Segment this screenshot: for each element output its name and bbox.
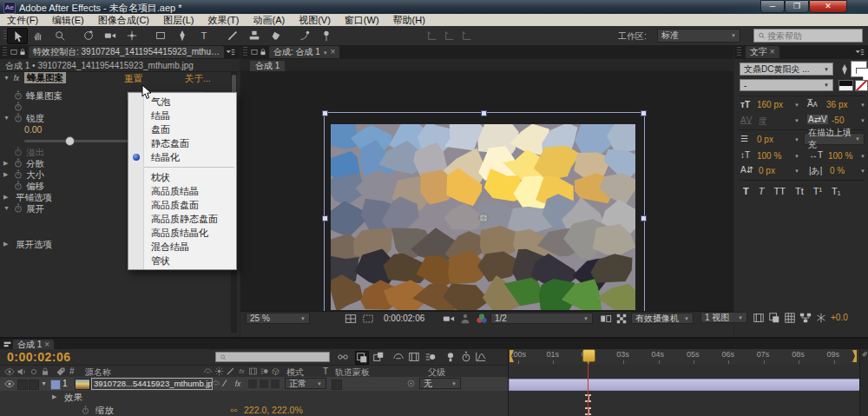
selection-handle-n[interactable] <box>481 110 487 116</box>
comp-flowchart-icon[interactable] <box>799 312 812 324</box>
style-button-all-caps[interactable]: TT <box>773 186 785 196</box>
tab-close-icon[interactable]: × <box>330 47 335 56</box>
menu-item-高品质静态盘面[interactable]: 高品质静态盘面 <box>128 212 236 226</box>
slider-thumb[interactable] <box>65 136 75 146</box>
chevron-down-icon[interactable]: ▼ <box>858 168 865 174</box>
tool-view-axis[interactable] <box>457 28 477 43</box>
layer-switch-3[interactable] <box>271 380 279 388</box>
chevron-down-icon[interactable]: ▼ <box>792 168 799 174</box>
draft-3d-icon[interactable] <box>372 351 385 363</box>
layer-label-color[interactable] <box>50 380 61 390</box>
tab-character[interactable]: 文字 × <box>746 46 779 58</box>
fill-rule-dropdown[interactable]: 在描边上填充▼ <box>804 133 865 145</box>
tool-shape[interactable] <box>151 28 170 43</box>
style-button-superscript[interactable]: T¹ <box>813 186 822 196</box>
style-button-faux-bold[interactable]: T <box>743 186 749 196</box>
minimize-button[interactable]: ─ <box>760 0 785 13</box>
layer-name[interactable]: 3910728...54415923_mthumb.jpg <box>91 378 213 390</box>
chevron-down-icon[interactable]: ▼ <box>858 102 865 108</box>
blend-mode-dropdown[interactable]: 正常▼ <box>285 378 326 389</box>
roi-icon[interactable] <box>600 313 612 325</box>
tool-clone-stamp[interactable] <box>245 28 264 43</box>
menu-item-高品质结晶化[interactable]: 高品质结晶化 <box>128 226 236 240</box>
panel-menu-icon[interactable] <box>224 46 236 58</box>
menu-动画(A)[interactable]: 动画(A) <box>247 15 293 26</box>
tool-pen[interactable] <box>173 28 192 43</box>
stroke-width-value[interactable]: 0 px <box>757 135 773 144</box>
tsume-value[interactable]: 0 % <box>830 166 845 175</box>
exposure-value[interactable]: +0.0 <box>831 313 848 322</box>
stopwatch-icon[interactable] <box>81 406 90 415</box>
scale-value[interactable]: 222.0, 222.0% <box>244 405 303 415</box>
tab-effect-controls[interactable]: 特效控制台: 39107284_1411954415923_mthumb.jpg <box>29 46 224 58</box>
twirl-right-icon[interactable]: ▶ <box>3 171 8 178</box>
menu-item-枕状[interactable]: 枕状 <box>128 170 236 184</box>
twirl-right-icon[interactable]: ▶ <box>3 194 8 201</box>
tab-composition[interactable]: 合成: 合成 1 ▼ × <box>269 46 339 58</box>
menu-图层(L)[interactable]: 图层(L) <box>156 15 201 26</box>
style-button-subscript[interactable]: T₁ <box>832 186 840 196</box>
live-update-icon[interactable] <box>355 351 369 365</box>
stopwatch-icon[interactable] <box>13 90 23 101</box>
tool-world-axis[interactable] <box>440 28 459 43</box>
selection-handle-ne[interactable] <box>641 110 647 116</box>
selection-handle-w[interactable] <box>322 215 328 221</box>
lock-column-icon[interactable] <box>40 366 50 377</box>
tab-timeline-comp[interactable]: 合成 1 × <box>13 340 54 349</box>
tool-brush[interactable] <box>223 28 242 43</box>
tab-close-icon[interactable]: × <box>44 340 49 349</box>
constrain-link-icon[interactable] <box>228 406 240 415</box>
workspace-dropdown[interactable]: 标准 ▼ <box>657 29 740 43</box>
tool-type[interactable]: T <box>194 28 214 43</box>
audio-column-icon[interactable] <box>16 366 27 377</box>
stopwatch-icon[interactable] <box>13 203 23 214</box>
menu-item-高品质盘面[interactable]: 高品质盘面 <box>128 198 236 212</box>
parent-pickwhip-icon[interactable] <box>406 379 416 388</box>
maximize-button[interactable]: ❐ <box>785 0 809 13</box>
twirl-down-icon[interactable]: ▼ <box>3 75 10 81</box>
timeline-button-icon[interactable] <box>784 312 796 324</box>
effect-reset-link[interactable]: 重置 <box>124 73 142 85</box>
help-search-box[interactable] <box>753 29 863 43</box>
unlock-icon[interactable] <box>259 48 267 56</box>
mask-visibility-icon[interactable] <box>362 313 374 325</box>
view-layout-dropdown[interactable]: 1 视图▼ <box>700 312 747 323</box>
panel-grip[interactable] <box>737 47 741 57</box>
comp-mini-flow-icon[interactable] <box>337 351 349 363</box>
stopwatch-icon[interactable] <box>13 158 23 168</box>
selection-handle-e[interactable] <box>641 215 647 221</box>
menu-item-混合结晶[interactable]: 混合结晶 <box>128 240 236 254</box>
current-time-indicator[interactable] <box>582 349 595 362</box>
panel-grip[interactable] <box>243 47 247 57</box>
chevron-down-icon[interactable]: ▼ <box>858 154 865 159</box>
twirl-down-icon[interactable]: ▼ <box>3 205 10 211</box>
chevron-down-icon[interactable]: ▼ <box>792 137 799 142</box>
effect-name[interactable]: 蜂巢图案 <box>24 72 66 83</box>
effects-group-row[interactable]: ▶ 效果 <box>0 391 508 405</box>
timeline-search-box[interactable] <box>215 352 330 362</box>
exposure-reset-icon[interactable] <box>815 312 827 324</box>
twirl-right-icon[interactable]: ▶ <box>3 160 8 167</box>
tool-eraser[interactable] <box>266 28 286 43</box>
menu-窗口(W)[interactable]: 窗口(W) <box>338 15 386 26</box>
menu-视图(V)[interactable]: 视图(V) <box>292 15 338 26</box>
shy-layers-icon[interactable] <box>392 351 404 363</box>
tool-orbit[interactable] <box>79 28 98 43</box>
menu-item-静态盘面[interactable]: 静态盘面 <box>128 136 236 150</box>
brainstorm-icon[interactable] <box>444 351 457 363</box>
work-area-end-icon[interactable] <box>852 350 857 362</box>
font-family-dropdown[interactable]: 文鼎DC黄阳尖 ...▼ <box>740 63 833 76</box>
effect-about-link[interactable]: 关于... <box>185 73 211 85</box>
resolution-dropdown[interactable]: 1/2▼ <box>490 313 593 324</box>
no-color-swatch[interactable] <box>855 80 868 91</box>
grid-guides-icon[interactable] <box>345 313 357 325</box>
baseline-shift-value[interactable]: 0 px <box>759 166 775 175</box>
menu-item-结晶[interactable]: 结晶 <box>128 109 236 122</box>
frame-blend-icon[interactable] <box>408 351 420 363</box>
tool-pan-behind[interactable] <box>122 28 141 43</box>
magnification-dropdown[interactable]: 25 %▼ <box>246 313 310 324</box>
show-snapshot-icon[interactable] <box>459 313 471 325</box>
tool-puppet-pin[interactable] <box>317 28 336 43</box>
tool-camera[interactable] <box>101 28 120 43</box>
menu-文件(F)[interactable]: 文件(F) <box>0 15 45 26</box>
